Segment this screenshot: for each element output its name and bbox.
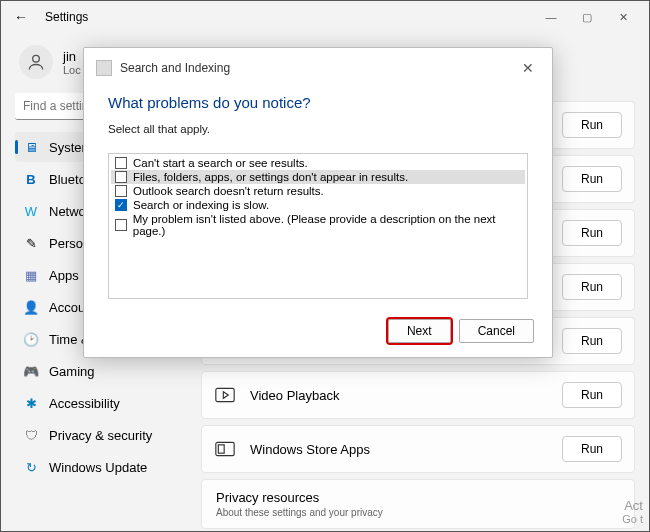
activation-watermark: Act Go t [622,498,643,525]
sidebar-item-accessibility[interactable]: ✱ Accessibility [15,388,201,418]
troubleshooter-row-video[interactable]: Video Playback Run [201,371,635,419]
dialog-close-button[interactable]: ✕ [516,58,540,78]
troubleshooter-row-store[interactable]: Windows Store Apps Run [201,425,635,473]
accounts-icon: 👤 [23,299,39,315]
avatar [19,45,53,79]
dialog-header: Search and Indexing ✕ [84,48,552,80]
privacy-title: Privacy resources [216,490,319,505]
sidebar-item-gaming[interactable]: 🎮 Gaming [15,356,201,386]
back-button[interactable]: ← [9,5,33,29]
checkbox-icon[interactable] [115,171,127,183]
watermark-l2: Go t [622,513,643,525]
run-button[interactable]: Run [562,274,622,300]
shield-icon: 🛡 [23,427,39,443]
user-info: jin Loc [63,49,81,76]
sidebar-item-label: Gaming [49,364,95,379]
user-name: jin [63,49,81,64]
update-icon: ↻ [23,459,39,475]
dialog-subtitle: Select all that apply. [108,123,528,135]
options-box: Can't start a search or see results. Fil… [108,153,528,299]
minimize-button[interactable]: — [533,3,569,31]
dialog-footer: Next Cancel [84,309,552,357]
checkbox-icon[interactable] [115,157,127,169]
run-button[interactable]: Run [562,112,622,138]
option-label: Outlook search doesn't return results. [133,185,324,197]
sidebar-item-label: Privacy & security [49,428,152,443]
svg-rect-1 [216,388,234,401]
clock-icon: 🕑 [23,331,39,347]
run-button[interactable]: Run [562,220,622,246]
gaming-icon: 🎮 [23,363,39,379]
sidebar-item-label: Accessibility [49,396,120,411]
sidebar-item-privacy[interactable]: 🛡 Privacy & security [15,420,201,450]
run-button[interactable]: Run [562,382,622,408]
checkbox-icon[interactable] [115,185,127,197]
svg-point-0 [33,55,40,62]
system-icon: 🖥 [23,139,39,155]
user-sub: Loc [63,64,81,76]
maximize-button[interactable]: ▢ [569,3,605,31]
bluetooth-icon: B [23,171,39,187]
panel-label: Windows Store Apps [250,442,562,457]
titlebar: ← Settings — ▢ ✕ [1,1,649,33]
option-cant-start-search[interactable]: Can't start a search or see results. [111,156,525,170]
privacy-resources[interactable]: Privacy resources About these settings a… [201,479,635,529]
sidebar-item-update[interactable]: ↻ Windows Update [15,452,201,482]
apps-icon: ▦ [23,267,39,283]
option-outlook-search[interactable]: Outlook search doesn't return results. [111,184,525,198]
sidebar-item-label: Windows Update [49,460,147,475]
cancel-button[interactable]: Cancel [459,319,534,343]
dialog-question: What problems do you notice? [108,94,528,111]
dialog-title: Search and Indexing [120,61,230,75]
close-button[interactable]: ✕ [605,3,641,31]
checkbox-icon[interactable] [115,219,127,231]
option-not-listed[interactable]: My problem isn't listed above. (Please p… [111,212,525,238]
window-controls: — ▢ ✕ [533,3,641,31]
wifi-icon: W [23,203,39,219]
store-icon [214,438,236,460]
option-files-not-appear[interactable]: Files, folders, apps, or settings don't … [111,170,525,184]
option-label: My problem isn't listed above. (Please p… [133,213,521,237]
checkbox-icon[interactable]: ✓ [115,199,127,211]
watermark-l1: Act [622,498,643,513]
panel-label: Video Playback [250,388,562,403]
brush-icon: ✎ [23,235,39,251]
dialog-icon [96,60,112,76]
privacy-sub: About these settings and your privacy [216,507,383,518]
run-button[interactable]: Run [562,328,622,354]
window-title: Settings [45,10,88,24]
next-button[interactable]: Next [388,319,451,343]
option-label: Search or indexing is slow. [133,199,269,211]
option-label: Can't start a search or see results. [133,157,308,169]
video-icon [214,384,236,406]
accessibility-icon: ✱ [23,395,39,411]
svg-rect-3 [218,445,224,453]
run-button[interactable]: Run [562,166,622,192]
run-button[interactable]: Run [562,436,622,462]
option-label: Files, folders, apps, or settings don't … [133,171,408,183]
troubleshooter-dialog: Search and Indexing ✕ What problems do y… [83,47,553,358]
option-search-slow[interactable]: ✓ Search or indexing is slow. [111,198,525,212]
sidebar-item-label: Apps [49,268,79,283]
dialog-body: What problems do you notice? Select all … [84,80,552,309]
